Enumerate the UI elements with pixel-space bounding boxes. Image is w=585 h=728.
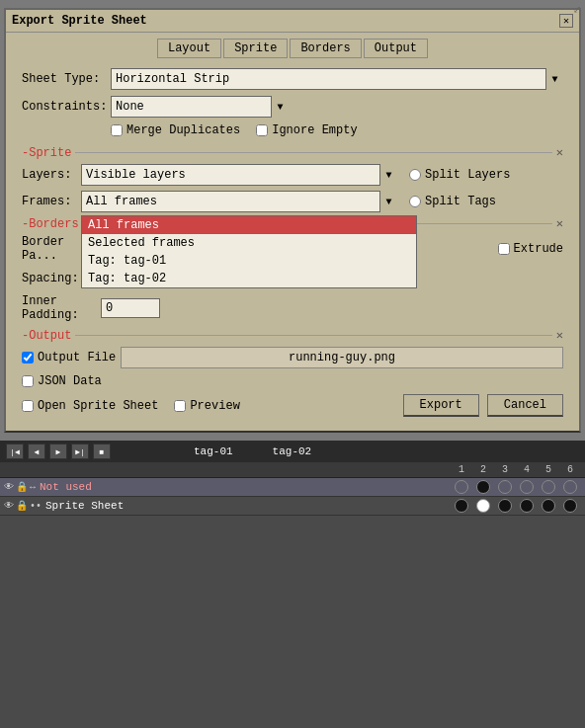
ignore-empty-label: Ignore Empty xyxy=(272,123,357,137)
frames-select[interactable]: All frames Selected frames Tag: tag-01 T… xyxy=(81,191,397,212)
frame-num-5: 5 xyxy=(542,464,555,475)
extrude-checkbox[interactable] xyxy=(498,243,510,255)
frame-num-6: 6 xyxy=(563,464,577,475)
extrude-label: Extrude xyxy=(514,242,563,256)
dropdown-item-all-frames[interactable]: All frames xyxy=(82,216,416,234)
not-used-icons: 👁 🔒 ↔ xyxy=(4,481,36,493)
sprite-sheet-frames xyxy=(455,499,581,513)
layer-row-sprite-sheet[interactable]: 👁 🔒 •• Sprite Sheet xyxy=(0,497,585,516)
output-file-label: Output File xyxy=(38,351,116,364)
sprite-frame-2 xyxy=(476,499,490,513)
merge-duplicates-item: Merge Duplicates xyxy=(111,123,240,137)
json-data-label: JSON Data xyxy=(38,374,102,388)
not-used-layer-name: Not used xyxy=(40,481,92,493)
tab-borders[interactable]: Borders xyxy=(290,39,361,58)
eye-icon: 👁 xyxy=(4,481,14,493)
next-frame-button[interactable]: ▶| xyxy=(71,444,89,459)
not-used-frame-1 xyxy=(455,480,468,494)
sprite-frame-1 xyxy=(455,499,468,513)
play-button[interactable]: ▶ xyxy=(49,444,67,459)
sprite-section-header: -Sprite ✕ xyxy=(22,145,563,160)
frames-label: Frames: xyxy=(22,195,81,208)
tabs-row: Layout Sprite Borders Output ⤢ xyxy=(6,33,579,62)
cancel-button[interactable]: Cancel xyxy=(487,394,563,417)
frame-num-1: 1 xyxy=(455,464,468,475)
close-button[interactable]: ✕ xyxy=(559,14,573,28)
stop-button[interactable]: ■ xyxy=(93,444,111,459)
open-sprite-sheet-label: Open Sprite Sheet xyxy=(38,399,158,413)
merge-duplicates-checkbox[interactable] xyxy=(111,124,123,136)
ignore-empty-item: Ignore Empty xyxy=(256,123,357,137)
timeline-area: |◀ ◀ ▶ ▶| ■ tag-01 tag-02 1 2 3 4 5 6 👁 xyxy=(0,441,585,728)
split-tags-radio[interactable] xyxy=(409,196,421,207)
sprite-frame-6 xyxy=(563,499,577,513)
merge-duplicates-label: Merge Duplicates xyxy=(126,123,240,137)
inner-padding-label: Inner Padding: xyxy=(22,294,101,322)
tag-01-label: tag-01 xyxy=(194,445,233,457)
layers-label: Layers: xyxy=(22,168,81,182)
output-file-input[interactable] xyxy=(121,347,563,368)
layer-row-not-used[interactable]: 👁 🔒 ↔ Not used xyxy=(0,478,585,497)
output-section-close[interactable]: ✕ xyxy=(556,328,563,343)
sprite-sheet-layer-name: Sprite Sheet xyxy=(45,500,124,512)
extrude-group: Extrude xyxy=(498,242,563,256)
tag-labels: tag-01 tag-02 xyxy=(194,445,311,457)
open-sprite-sheet-checkbox[interactable] xyxy=(22,400,34,412)
tab-layout[interactable]: Layout xyxy=(157,39,221,58)
timeline-controls: |◀ ◀ ▶ ▶| ■ tag-01 tag-02 xyxy=(0,441,585,462)
sprite-frame-3 xyxy=(498,499,512,513)
frames-row: Frames: All frames Selected frames Tag: … xyxy=(22,191,563,212)
output-file-row: Output File xyxy=(22,347,563,368)
layers-select[interactable]: Visible layers All layers Selected layer… xyxy=(81,164,397,186)
inner-padding-input[interactable] xyxy=(101,298,160,318)
dropdown-item-tag02[interactable]: Tag: tag-02 xyxy=(82,270,416,287)
frame-num-3: 3 xyxy=(498,464,512,475)
layer-header: 1 2 3 4 5 6 xyxy=(0,462,585,478)
tab-sprite[interactable]: Sprite xyxy=(223,39,288,58)
sprite-section-line xyxy=(75,152,551,153)
frame-num-2: 2 xyxy=(476,464,490,475)
not-used-frame-4 xyxy=(520,480,534,494)
dropdown-item-selected-frames[interactable]: Selected frames xyxy=(82,234,416,252)
export-button[interactable]: Export xyxy=(403,394,479,417)
lock-icon-2: 🔒 xyxy=(16,500,28,512)
resize-handle[interactable]: ⤢ xyxy=(573,4,581,16)
sprite-section-title: -Sprite xyxy=(22,146,71,160)
eye-icon-2: 👁 xyxy=(4,500,14,512)
sprite-frame-4 xyxy=(520,499,534,513)
sheet-type-row: Sheet Type: Horizontal Strip Vertical St… xyxy=(22,68,563,90)
sprite-sheet-icons: 👁 🔒 •• xyxy=(4,500,42,512)
constraints-row: Constraints: None 128x128 256x256 512x51… xyxy=(22,96,563,118)
borders-section-close[interactable]: ✕ xyxy=(556,216,563,231)
open-preview-row: Open Sprite Sheet Preview Export Cancel xyxy=(22,394,563,417)
split-layers-label: Split Layers xyxy=(425,168,510,182)
ignore-empty-checkbox[interactable] xyxy=(256,124,268,136)
prev-frame-button[interactable]: ◀ xyxy=(28,444,45,459)
output-file-checkbox[interactable] xyxy=(22,352,34,364)
sheet-type-select[interactable]: Horizontal Strip Vertical Strip Packed xyxy=(111,68,563,90)
preview-checkbox[interactable] xyxy=(174,400,186,412)
layers-row: Layers: Visible layers All layers Select… xyxy=(22,164,563,186)
layers-panel: 1 2 3 4 5 6 👁 🔒 ↔ Not used xyxy=(0,462,585,728)
constraints-label: Constraints: xyxy=(22,100,111,114)
sprite-frame-5 xyxy=(542,499,555,513)
borders-section-title: -Borders xyxy=(22,217,79,231)
tab-output[interactable]: Output xyxy=(364,39,428,58)
constraints-select[interactable]: None 128x128 256x256 512x512 xyxy=(111,96,289,118)
open-sprite-group: Open Sprite Sheet xyxy=(22,399,158,413)
dropdown-item-tag01[interactable]: Tag: tag-01 xyxy=(82,252,416,270)
layers-select-wrapper: Visible layers All layers Selected layer… xyxy=(81,164,397,186)
not-used-frame-5 xyxy=(542,480,555,494)
link-icon: ↔ xyxy=(30,482,36,493)
not-used-frame-3 xyxy=(498,480,512,494)
json-data-checkbox[interactable] xyxy=(22,375,34,387)
frames-select-wrapper: All frames Selected frames Tag: tag-01 T… xyxy=(81,191,397,212)
go-start-button[interactable]: |◀ xyxy=(6,444,24,459)
split-layers-radio[interactable] xyxy=(409,169,421,181)
dot-icon: •• xyxy=(30,501,42,512)
json-data-row: JSON Data xyxy=(22,374,563,388)
not-used-frames xyxy=(455,480,581,494)
not-used-frame-2 xyxy=(476,480,490,494)
sheet-type-wrapper: Horizontal Strip Vertical Strip Packed ▼ xyxy=(111,68,563,90)
sprite-section-close[interactable]: ✕ xyxy=(556,145,563,160)
